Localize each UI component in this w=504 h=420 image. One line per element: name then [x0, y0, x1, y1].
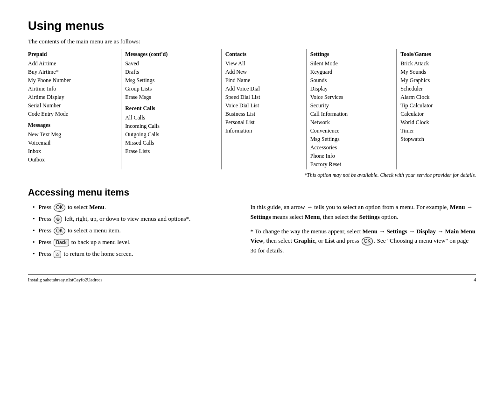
column-header: Contacts: [225, 50, 302, 58]
bullet-5: Press ⌂ to return to the home screen.: [33, 249, 236, 259]
menu-column: SettingsSilent ModeKeyguardSoundsDisplay…: [306, 49, 396, 169]
menu-column: Messages (cont'd)SavedDraftsMsg Settings…: [121, 49, 222, 169]
menu-item: Security: [310, 101, 392, 110]
menu-item: Factory Reset: [310, 160, 392, 168]
intro-text: The contents of the main menu are as fol…: [28, 38, 476, 45]
menu-table: PrepaidAdd AirtimeBuy Airtime*My Phone N…: [28, 49, 476, 169]
footnote: *This option may not be available. Check…: [28, 172, 476, 178]
bullet-3: Press OK to select a menu item.: [33, 226, 236, 235]
menu-item: Voice Dial List: [225, 101, 302, 110]
menu-item: Saved: [125, 59, 217, 68]
menu-item: Information: [225, 126, 302, 135]
menu-item: Brick Attack: [400, 59, 472, 68]
menu-item: My Graphics: [400, 76, 472, 84]
column-header: Messages (cont'd): [125, 50, 217, 58]
menu-column: PrepaidAdd AirtimeBuy Airtime*My Phone N…: [28, 49, 121, 169]
section-header: Recent Calls: [125, 104, 217, 112]
menu-item: Add Airtime: [28, 59, 117, 68]
menu-item: Airtime Info: [28, 84, 117, 93]
menu-item: Serial Number: [28, 101, 117, 110]
menu-item: World Clock: [400, 118, 472, 126]
menu-column: ContactsView AllAdd NewFind NameAdd Voic…: [221, 49, 306, 169]
menu-item: Find Name: [225, 76, 302, 84]
menu-item: Msg Settings: [125, 76, 217, 84]
column-header: Prepaid: [28, 50, 117, 58]
menu-item: Silent Mode: [310, 59, 392, 68]
footer-left: Instalig sahetabrsay.e1stCayfo2Uadrecs: [28, 277, 102, 282]
menu-item: Personal List: [225, 118, 302, 126]
menu-item: Erase Msgs: [125, 93, 217, 101]
column-header: Tools/Games: [400, 50, 472, 58]
menu-item: Erase Lists: [125, 147, 217, 155]
nav-icon: ⊕: [54, 215, 62, 224]
menu-item: Drafts: [125, 68, 217, 76]
end-icon: ⌂: [54, 251, 61, 258]
menu-item: Display: [310, 84, 392, 93]
menu-item: Network: [310, 118, 392, 126]
menu-item: My Sounds: [400, 68, 472, 76]
menu-item: Calculator: [400, 110, 472, 118]
footer-right: 4: [474, 277, 476, 282]
ok-icon-3: OK: [362, 237, 373, 245]
menu-item: Code Entry Mode: [28, 110, 117, 118]
right-para-1: In this guide, an arrow → tells you to s…: [250, 203, 476, 222]
page-title: Using menus: [28, 19, 476, 33]
accessing-title: Accessing menu items: [28, 187, 476, 198]
accessing-bullets: Press OK to select Menu. Press ⊕ left, r…: [28, 203, 236, 260]
menu-item: Business List: [225, 110, 302, 118]
menu-item: Tip Calculator: [400, 101, 472, 110]
menu-item: Msg Settings: [310, 135, 392, 143]
column-header: Settings: [310, 50, 392, 58]
menu-item: All Calls: [125, 113, 217, 122]
menu-item: Voice Services: [310, 93, 392, 101]
menu-item: Alarm Clock: [400, 93, 472, 101]
menu-item: Scheduler: [400, 84, 472, 93]
back-icon: Back: [54, 239, 69, 246]
menu-item: Add New: [225, 68, 302, 76]
menu-item: Outgoing Calls: [125, 130, 217, 139]
menu-item: Airtime Display: [28, 93, 117, 101]
menu-item: Convenience: [310, 126, 392, 135]
ok-icon-2: OK: [54, 227, 65, 235]
menu-item: Outbox: [28, 155, 117, 164]
menu-item: Call Information: [310, 110, 392, 118]
section-header: Messages: [28, 121, 117, 129]
menu-item: Group Lists: [125, 84, 217, 93]
menu-item: Buy Airtime*: [28, 68, 117, 76]
menu-item: Add Voice Dial: [225, 84, 302, 93]
menu-item: Accessories: [310, 143, 392, 152]
menu-item: Stopwatch: [400, 135, 472, 143]
menu-item: Inbox: [28, 147, 117, 155]
menu-item: Sounds: [310, 76, 392, 84]
menu-item: Phone Info: [310, 152, 392, 160]
menu-item: Speed Dial List: [225, 93, 302, 101]
footer: Instalig sahetabrsay.e1stCayfo2Uadrecs 4: [28, 274, 476, 282]
bullet-2: Press ⊕ left, right, up, or down to view…: [33, 214, 236, 224]
menu-item: Keyguard: [310, 68, 392, 76]
menu-item: Missed Calls: [125, 139, 217, 147]
bullet-4: Press Back to back up a menu level.: [33, 238, 236, 247]
menu-item: Timer: [400, 126, 472, 135]
menu-item: Voicemail: [28, 139, 117, 147]
menu-item: View All: [225, 59, 302, 68]
right-para-2: * To change the way the menus appear, se…: [250, 227, 476, 256]
bullet-1: Press OK to select Menu.: [33, 203, 236, 212]
menu-item: New Text Msg: [28, 130, 117, 139]
menu-item: My Phone Number: [28, 76, 117, 84]
menu-item: Incoming Calls: [125, 122, 217, 130]
menu-column: Tools/GamesBrick AttackMy SoundsMy Graph…: [397, 49, 476, 169]
accessing-right-content: In this guide, an arrow → tells you to s…: [250, 203, 476, 260]
ok-icon-1: OK: [54, 203, 65, 212]
